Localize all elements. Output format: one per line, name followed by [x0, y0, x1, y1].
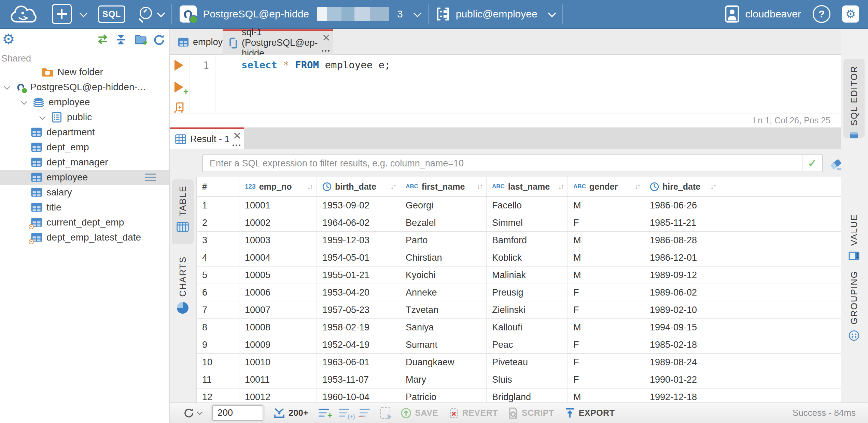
fetch-label: 200+: [289, 408, 308, 418]
tab-sql-editor-active[interactable]: sql-1 (PostgreSQL@ep-hidde...: [223, 29, 333, 55]
refresh-results-button[interactable]: [183, 408, 202, 419]
sort-icon[interactable]: ↓↑: [477, 182, 482, 191]
clear-filter-button[interactable]: [829, 157, 843, 170]
schema-selector[interactable]: public@employee: [436, 7, 555, 21]
tab-result-1[interactable]: Result - 1: [170, 127, 244, 149]
sort-icon[interactable]: ↓↑: [390, 182, 396, 191]
export-button[interactable]: EXPORT: [564, 407, 615, 419]
execute-script-button[interactable]: [174, 102, 185, 114]
tab-charts-presentation[interactable]: CHARTS: [172, 250, 194, 332]
column-header-gender[interactable]: ABC gender ↓↑: [568, 177, 644, 196]
fetch-next-page-button[interactable]: 200+: [274, 408, 308, 419]
table-row[interactable]: 5100051955-01-21KyoichiMaliniakM1989-09-…: [197, 267, 841, 284]
table-row[interactable]: 2100021964-06-02BezalelSimmelF1985-11-21: [197, 214, 841, 232]
apply-changes-button[interactable]: [380, 407, 390, 419]
script-button[interactable]: SCRIPT: [508, 407, 554, 419]
close-icon[interactable]: [323, 34, 329, 40]
link-editor-button[interactable]: [96, 34, 109, 45]
shared-section-label: Shared: [0, 51, 169, 65]
save-button[interactable]: SAVE: [401, 408, 438, 419]
tree-item-connection[interactable]: PostgreSQL@ep-hidden-...: [0, 80, 169, 95]
table-row[interactable]: 4100041954-05-01ChirstianKoblickM1986-12…: [197, 249, 841, 267]
duplicate-row-button[interactable]: (+): [339, 409, 349, 418]
table-row[interactable]: 10100101963-06-01DuangkaewPiveteauF1989-…: [197, 354, 841, 371]
view-icon: [31, 233, 42, 245]
sql-editor[interactable]: + 1 select * FROM employee e; Ln 1, Col …: [170, 55, 841, 127]
tree-item-label: current_dept_emp: [46, 217, 124, 228]
tree-item-database[interactable]: employee: [0, 95, 169, 110]
tree-item-table[interactable]: dept_emp: [0, 140, 169, 155]
tree-item-label: employee: [48, 97, 90, 108]
help-button[interactable]: ?: [813, 5, 830, 23]
column-header-hire-date[interactable]: hire_date ↓↑: [644, 177, 720, 196]
line-number: 1: [203, 60, 209, 71]
vertical-tab-label: SQL EDITOR: [849, 66, 859, 126]
tree-item-table-selected[interactable]: employee: [0, 170, 169, 185]
settings-button[interactable]: ⚙: [842, 5, 859, 23]
revert-button[interactable]: REVERT: [449, 408, 498, 419]
table-row[interactable]: 6100061953-04-20AnnekePreusigF1989-06-02: [197, 284, 841, 301]
tab-table-presentation[interactable]: TABLE: [172, 179, 194, 244]
tab-sql-editor-panel[interactable]: SQL EDITOR: [843, 59, 865, 138]
user-menu[interactable]: cloudbeaver: [725, 5, 801, 23]
delete-row-icon: –: [360, 409, 370, 418]
close-icon[interactable]: [234, 132, 240, 138]
chevron-down-icon: [548, 9, 556, 17]
table-row[interactable]: 9100091952-04-19SumantPeacF1985-02-18: [197, 336, 841, 354]
tree-item-table[interactable]: dept_manager: [0, 155, 169, 170]
sort-icon[interactable]: ↓↑: [307, 182, 312, 191]
column-header-rownum[interactable]: #: [197, 177, 239, 196]
tree-item-table[interactable]: salary: [0, 185, 169, 200]
tree-item-table[interactable]: title: [0, 200, 169, 215]
collapse-all-button[interactable]: [115, 34, 127, 45]
row-limit-input[interactable]: [212, 405, 263, 421]
chevron-expanded-icon[interactable]: [21, 98, 27, 105]
sort-icon[interactable]: ↓↑: [710, 182, 716, 191]
delete-row-button[interactable]: –: [360, 409, 370, 418]
table-row[interactable]: 7100071957-05-23TzvetanZielinskiF1989-02…: [197, 301, 841, 319]
column-header-birth-date[interactable]: birth_date ↓↑: [317, 177, 400, 196]
numeric-type-icon: 123: [245, 183, 256, 190]
execute-query-button[interactable]: [174, 60, 183, 71]
tree-item-view[interactable]: dept_emp_latest_date: [0, 230, 169, 245]
tab-value-panel[interactable]: VALUE: [843, 214, 865, 261]
table-row[interactable]: 1100011953-09-02GeorgiFacelloM1986-06-26: [197, 197, 841, 214]
line-number-gutter: 1: [190, 55, 215, 113]
refresh-tree-button[interactable]: [153, 34, 166, 45]
tree-item-table[interactable]: department: [0, 125, 169, 140]
tree-item-view[interactable]: current_dept_emp: [0, 215, 169, 230]
item-menu-icon[interactable]: [145, 174, 156, 183]
column-header-emp-no[interactable]: 123 emp_no ↓↑: [239, 177, 317, 196]
column-header-first-name[interactable]: ABC first_name ↓↑: [400, 177, 487, 196]
sort-icon[interactable]: ↓↑: [634, 182, 640, 191]
top-bar: SQL PostgreSQL@ep-hidde3: [0, 0, 868, 29]
table-row[interactable]: 11100111953-11-07MarySluisF1990-01-22: [197, 371, 841, 388]
user-icon: [725, 5, 739, 23]
tree-item-schema[interactable]: public: [0, 110, 169, 125]
table-row[interactable]: 3100031959-12-03PartoBamfordM1986-08-28: [197, 232, 841, 249]
driver-search-button[interactable]: [137, 6, 164, 22]
apply-filter-button[interactable]: ✓: [802, 155, 822, 172]
grid-header-row: # 123 emp_no ↓↑ birth_date ↓↑ ABC first_…: [197, 177, 841, 197]
tab-more-icon[interactable]: [321, 50, 330, 52]
tree-item-new-folder[interactable]: New folder: [0, 65, 169, 80]
tab-more-icon[interactable]: [232, 144, 241, 147]
new-connection-button[interactable]: [52, 4, 86, 24]
filter-input[interactable]: [203, 158, 802, 169]
code-line[interactable]: select * FROM employee e;: [241, 59, 391, 71]
sidebar-settings-button[interactable]: ⚙: [2, 32, 15, 46]
sync-arrows-icon: [96, 34, 109, 44]
column-header-last-name[interactable]: ABC last_name ↓↑: [487, 177, 568, 196]
execute-new-tab-button[interactable]: [174, 82, 183, 93]
tab-grouping-panel[interactable]: GROUPING: [843, 271, 865, 341]
connection-selector[interactable]: PostgreSQL@ep-hidde3: [180, 5, 420, 23]
sort-icon[interactable]: ↓↑: [558, 182, 563, 191]
sql-text: employee e;: [325, 59, 390, 71]
add-row-button[interactable]: +: [319, 409, 329, 418]
chevron-expanded-icon[interactable]: [4, 83, 10, 90]
add-folder-button[interactable]: [135, 34, 147, 45]
sql-editor-button[interactable]: SQL: [98, 5, 125, 23]
table-row[interactable]: 8100081958-02-19SaniyaKalloufiM1994-09-1…: [197, 319, 841, 336]
tab-employee[interactable]: employee: [170, 29, 222, 55]
chevron-expanded-icon[interactable]: [39, 113, 45, 120]
